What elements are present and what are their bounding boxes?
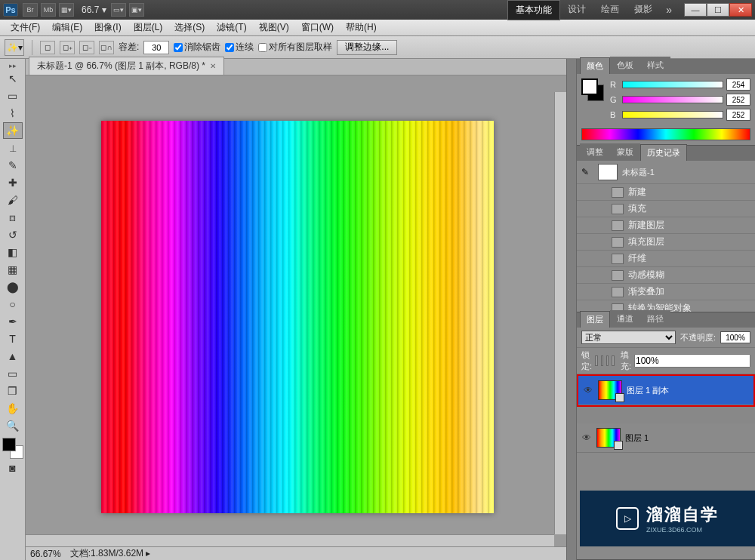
color-panel-swatches[interactable] <box>581 78 604 101</box>
tab-channels[interactable]: 通道 <box>610 310 640 328</box>
contiguous-checkbox[interactable]: 连续 <box>225 41 254 54</box>
r-slider[interactable] <box>622 81 723 88</box>
close-tab-icon[interactable]: ✕ <box>210 62 216 70</box>
eraser-tool-icon[interactable]: ◧ <box>3 244 23 260</box>
menu-view[interactable]: 视图(V) <box>253 19 295 36</box>
blur-tool-icon[interactable]: ⬤ <box>3 278 23 295</box>
history-item[interactable]: 纤维 <box>577 250 755 266</box>
screen-mode-icon[interactable]: ▣▾ <box>129 3 144 17</box>
tab-masks[interactable]: 蒙版 <box>610 143 640 161</box>
history-item[interactable]: 动感模糊 <box>577 266 755 283</box>
lock-all-icon[interactable] <box>612 355 614 366</box>
lock-position-icon[interactable] <box>606 355 609 366</box>
collapsed-panel-strip[interactable] <box>566 59 577 560</box>
selection-new-icon[interactable]: ◻ <box>40 41 55 54</box>
lock-transparency-icon[interactable] <box>595 355 597 366</box>
foreground-color-swatch[interactable] <box>2 438 16 451</box>
b-value[interactable] <box>726 109 750 121</box>
refine-edge-button[interactable]: 调整边缘... <box>337 40 397 55</box>
sample-all-layers-checkbox[interactable]: 对所有图层取样 <box>258 41 332 54</box>
blend-mode-select[interactable]: 正常 <box>581 331 676 344</box>
menu-help[interactable]: 帮助(H) <box>340 19 383 36</box>
eyedropper-tool-icon[interactable]: ✎ <box>3 157 23 174</box>
history-snapshot-thumb[interactable] <box>598 164 618 180</box>
menu-window[interactable]: 窗口(W) <box>295 19 340 36</box>
history-brush-source-icon[interactable]: ✎ <box>581 167 593 177</box>
arrange-icon[interactable]: ▭▾ <box>111 3 126 17</box>
b-slider[interactable] <box>622 111 723 118</box>
menu-layer[interactable]: 图层(L) <box>128 19 169 36</box>
view-extras-icon[interactable]: ▦▾ <box>59 3 74 17</box>
close-button[interactable]: ✕ <box>729 3 752 17</box>
brush-tool-icon[interactable]: 🖌 <box>3 192 23 208</box>
opacity-input[interactable] <box>720 331 750 343</box>
gradient-tool-icon[interactable]: ▦ <box>3 261 23 278</box>
menu-filter[interactable]: 滤镜(T) <box>211 19 252 36</box>
document-tab[interactable]: 未标题-1 @ 66.7% (图层 1 副本, RGB/8) * ✕ <box>29 57 224 75</box>
fill-input[interactable] <box>634 354 750 368</box>
zoom-tool-icon[interactable]: 🔍 <box>3 417 23 434</box>
workspace-essentials[interactable]: 基本功能 <box>507 0 560 20</box>
shape-tool-icon[interactable]: ▭ <box>3 365 23 382</box>
type-tool-icon[interactable]: T <box>3 331 23 347</box>
menu-select[interactable]: 选择(S) <box>168 19 211 36</box>
crop-tool-icon[interactable]: ⟂ <box>3 140 23 156</box>
canvas[interactable] <box>101 121 494 513</box>
color-swatches[interactable] <box>2 438 23 459</box>
tab-swatches[interactable]: 色板 <box>610 57 640 74</box>
3d-tool-icon[interactable]: ❒ <box>3 383 23 399</box>
r-value[interactable] <box>726 78 750 91</box>
layer-thumbnail[interactable] <box>598 380 622 400</box>
maximize-button[interactable]: ☐ <box>707 3 729 17</box>
history-item[interactable]: 新建图层 <box>577 217 755 233</box>
history-brush-tool-icon[interactable]: ↺ <box>3 226 23 243</box>
tab-styles[interactable]: 样式 <box>640 57 670 74</box>
canvas-viewport[interactable] <box>26 75 566 546</box>
selection-add-icon[interactable]: ◻₊ <box>60 41 75 54</box>
history-item[interactable]: 填充图层 <box>577 233 755 250</box>
status-zoom[interactable]: 66.67% <box>30 549 61 559</box>
history-item[interactable]: 填充 <box>577 200 755 217</box>
current-tool-icon[interactable]: ✨▾ <box>5 39 24 56</box>
layer-thumbnail[interactable] <box>596 428 621 448</box>
lock-pixels-icon[interactable] <box>601 355 603 366</box>
vertical-scrollbar[interactable] <box>554 92 566 534</box>
workspace-photography[interactable]: 摄影 <box>627 0 660 20</box>
lasso-tool-icon[interactable]: ⌇ <box>3 105 23 122</box>
menu-file[interactable]: 文件(F) <box>5 19 46 36</box>
more-workspaces-icon[interactable]: » <box>660 4 678 16</box>
marquee-tool-icon[interactable]: ▭ <box>3 88 23 104</box>
visibility-icon[interactable]: 👁 <box>583 385 593 395</box>
antialias-checkbox[interactable]: 消除锯齿 <box>174 41 220 54</box>
tab-paths[interactable]: 路径 <box>640 310 670 328</box>
spectrum-ramp[interactable] <box>581 128 750 140</box>
minibridge-icon[interactable]: Mb <box>41 3 56 17</box>
horizontal-scrollbar[interactable] <box>26 534 554 546</box>
tab-color[interactable]: 颜色 <box>580 57 610 75</box>
move-tool-icon[interactable]: ↖ <box>3 70 23 87</box>
path-select-tool-icon[interactable]: ▲ <box>3 348 23 365</box>
stamp-tool-icon[interactable]: ⧈ <box>3 209 23 226</box>
healing-tool-icon[interactable]: ✚ <box>3 174 23 191</box>
layer-row[interactable]: 👁图层 1 <box>577 423 755 453</box>
selection-subtract-icon[interactable]: ◻₋ <box>79 41 94 54</box>
menu-image[interactable]: 图像(I) <box>88 19 127 36</box>
g-slider[interactable] <box>622 96 723 103</box>
tab-history[interactable]: 历史记录 <box>640 144 687 162</box>
workspace-design[interactable]: 设计 <box>560 0 593 20</box>
zoom-dropdown[interactable]: 66.7 ▾ <box>82 5 106 15</box>
selection-intersect-icon[interactable]: ◻∩ <box>99 41 114 54</box>
g-value[interactable] <box>726 94 750 106</box>
dodge-tool-icon[interactable]: ○ <box>3 296 23 312</box>
tab-layers[interactable]: 图层 <box>580 311 610 328</box>
history-item[interactable]: 渐变叠加 <box>577 283 755 300</box>
minimize-button[interactable]: — <box>684 3 707 17</box>
pen-tool-icon[interactable]: ✒ <box>3 313 23 330</box>
visibility-icon[interactable]: 👁 <box>581 432 592 443</box>
bridge-icon[interactable]: Br <box>23 3 38 17</box>
magic-wand-tool-icon[interactable]: ✨ <box>3 122 23 139</box>
tolerance-input[interactable] <box>143 41 169 54</box>
menu-edit[interactable]: 编辑(E) <box>46 19 88 36</box>
layer-row[interactable]: 👁图层 1 副本 <box>578 376 753 405</box>
tab-adjustments[interactable]: 调整 <box>580 143 610 161</box>
